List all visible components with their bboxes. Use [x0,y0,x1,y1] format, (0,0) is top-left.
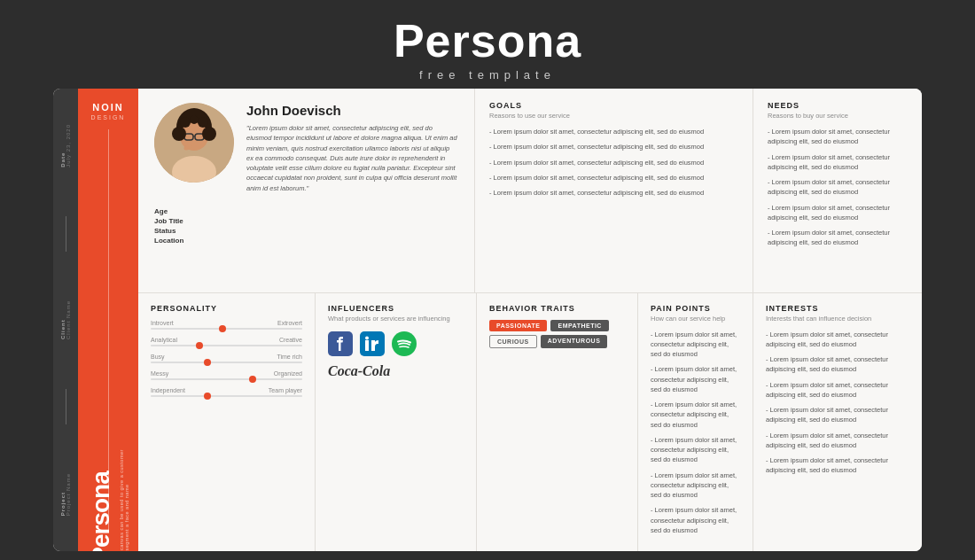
pain-points-section: PAIN POINTS How can our service help - L… [638,293,753,552]
brand-icons-container: Coca-Cola [328,331,464,379]
influencers-subtitle: What products or services are influencin… [328,315,464,323]
profile-details: Age Job Title Status Location [154,207,458,245]
profile-quote: "Lorem ipsum dolor sit amet, consectetur… [246,123,458,193]
page-subtitle: free template [394,68,581,82]
needs-item-3: - Lorem ipsum dolor sit amet, consectetu… [768,177,908,198]
goals-subtitle: Reasons to use our service [489,112,738,120]
slider-analytical-labels: Analytical Creative [151,337,302,343]
persona-description: This persona canvas can be used to give … [119,447,129,551]
spotify-icon [392,331,417,356]
slider-independent-dot [204,393,211,400]
svg-point-7 [172,127,186,141]
slider-introvert-track [151,328,302,330]
date-label: Date July 23, 2020 [60,124,71,167]
needs-section: NEEDS Reasons to buy our service - Lorem… [753,89,922,292]
pain-item-6: - Lorem ipsum dolor sit amet, consectetu… [651,505,740,535]
profile-right: John Doevisch "Lorem ipsum dolor sit ame… [246,103,458,193]
top-row: John Doevisch "Lorem ipsum dolor sit ame… [138,89,922,292]
influencers-section: INFLUENCERS What products or services ar… [316,293,477,552]
slider-analytical-dot [196,342,203,349]
main-card: Date July 23, 2020 Client Client Name Pr… [53,89,922,551]
divider-line-2 [66,389,66,424]
svg-point-9 [180,117,191,128]
profile-detail-age: Age [154,207,458,215]
pain-item-5: - Lorem ipsum dolor sit amet, consectetu… [651,471,740,501]
profile-top: John Doevisch "Lorem ipsum dolor sit ame… [154,103,458,193]
svg-rect-15 [365,340,369,351]
personality-title: PERSONALITY [151,304,302,313]
slider-independent-track [151,395,302,397]
divider-line [66,216,66,252]
project-label: Project Project Name [60,473,71,516]
content-area: John Doevisch "Lorem ipsum dolor sit ame… [138,89,922,551]
interest-item-5: - Lorem ipsum dolor sit amet, consectetu… [766,431,909,451]
slider-messy: Messy Organized [151,370,302,380]
page-title: Persona [394,16,581,66]
job-label: Job Title [154,217,199,225]
pain-item-2: - Lorem ipsum dolor sit amet, consectetu… [651,364,740,394]
needs-item-2: - Lorem ipsum dolor sit amet, consectetu… [768,152,908,173]
trait-empathetic: EMPATHETIC [550,320,608,331]
slider-analytical: Analytical Creative [151,337,302,346]
linkedin-icon [360,331,385,356]
goals-item-2: - Lorem ipsum dolor sit amet, consectetu… [489,142,738,152]
interests-section: INTERESTS Interests that can influence d… [753,293,922,552]
pain-points-subtitle: How can our service help [651,315,740,323]
slider-independent-labels: Independent Team player [151,387,302,393]
svg-point-8 [202,127,216,141]
slider-busy-track [151,362,302,363]
client-label: Client Client Name [60,300,71,339]
coca-cola-icon: Coca-Cola [328,363,390,379]
behavior-section: BEHAVIOR TRAITS PASSIONATE EMPATHETIC CU… [477,293,638,552]
needs-subtitle: Reasons to buy our service [768,112,908,120]
interest-item-1: - Lorem ipsum dolor sit amet, consectetu… [766,330,909,350]
slider-busy-labels: Busy Time rich [151,354,302,360]
pain-item-3: - Lorem ipsum dolor sit amet, consectetu… [651,400,740,430]
brand-sub: DESIGN [91,114,126,121]
goals-item-1: - Lorem ipsum dolor sit amet, consectetu… [489,127,738,136]
needs-item-1: - Lorem ipsum dolor sit amet, consectetu… [768,127,908,147]
persona-big-label: Persona [87,471,115,551]
sliders-container: Introvert Extrovert Analytical Creative [151,320,302,397]
slider-introvert-labels: Introvert Extrovert [151,320,302,326]
interest-item-4: - Lorem ipsum dolor sit amet, consectetu… [766,405,909,425]
needs-title: NEEDS [768,101,908,110]
interests-subtitle: Interests that can influence decision [766,315,909,323]
pain-item-1: - Lorem ipsum dolor sit amet, consectetu… [651,330,740,360]
interest-item-2: - Lorem ipsum dolor sit amet, consectetu… [766,354,909,375]
slider-messy-labels: Messy Organized [151,370,302,377]
location-label: Location [154,237,199,245]
svg-point-11 [190,115,199,124]
slider-analytical-track [151,345,302,346]
needs-item-4: - Lorem ipsum dolor sit amet, consectetu… [768,203,908,223]
slider-messy-dot [249,376,256,383]
profile-name: John Doevisch [246,103,458,118]
svg-point-10 [198,117,208,128]
age-label: Age [154,207,199,215]
slider-independent: Independent Team player [151,387,302,397]
slider-busy: Busy Time rich [151,354,302,363]
interest-item-6: - Lorem ipsum dolor sit amet, consectetu… [766,455,909,476]
goals-title: GOALS [489,101,738,110]
influencers-title: INFLUENCERS [328,304,464,313]
pain-item-4: - Lorem ipsum dolor sit amet, consectetu… [651,435,740,465]
needs-item-5: - Lorem ipsum dolor sit amet, consectetu… [768,228,908,248]
personality-section: PERSONALITY Introvert Extrovert [138,293,316,552]
behavior-title: BEHAVIOR TRAITS [489,304,625,313]
interest-item-3: - Lorem ipsum dolor sit amet, consectetu… [766,380,909,401]
left-sidebar: NOIN DESIGN Persona This persona canvas … [78,89,138,551]
brand-name: NOIN [92,101,124,113]
status-label: Status [154,227,199,235]
facebook-icon [328,331,353,356]
goals-section: GOALS Reasons to use our service - Lorem… [475,89,753,292]
bottom-row: PERSONALITY Introvert Extrovert [138,293,922,552]
profile-detail-status: Status [154,227,458,235]
slider-introvert-dot [219,325,226,332]
goals-item-3: - Lorem ipsum dolor sit amet, consectetu… [489,158,738,167]
trait-tags-container: PASSIONATE EMPATHETIC CURIOUS ADVENTUROU… [489,320,625,348]
svg-point-16 [365,336,369,339]
slider-introvert: Introvert Extrovert [151,320,302,330]
profile-section: John Doevisch "Lorem ipsum dolor sit ame… [138,89,475,292]
profile-detail-location: Location [154,237,458,245]
trait-curious: CURIOUS [489,335,537,348]
